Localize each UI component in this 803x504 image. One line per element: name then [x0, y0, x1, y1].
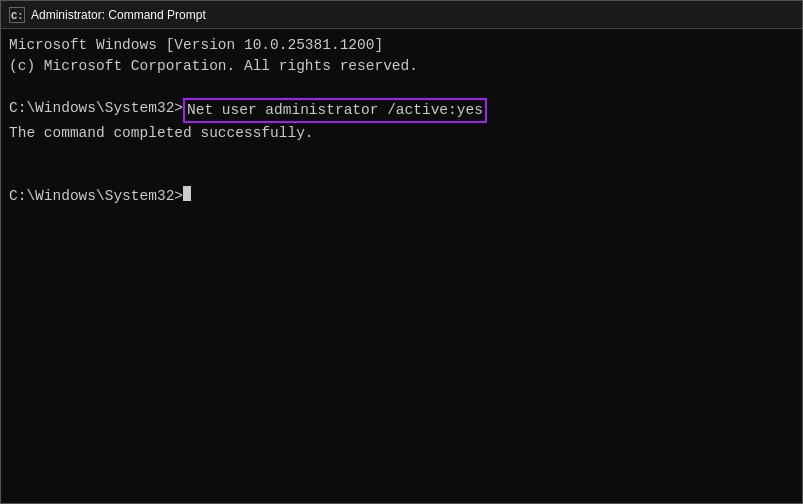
output-line-3: The command completed successfully. — [9, 123, 794, 144]
cursor — [183, 186, 191, 201]
command-text: Net user administrator /active:yes — [183, 98, 487, 123]
empty-line-2 — [9, 144, 794, 165]
prompt-2: C:\Windows\System32> — [9, 186, 183, 207]
prompt-1: C:\Windows\System32> — [9, 98, 183, 119]
current-prompt-line: C:\Windows\System32> — [9, 186, 794, 207]
output-line-1: Microsoft Windows [Version 10.0.25381.12… — [9, 35, 794, 56]
command-line: C:\Windows\System32>Net user administrat… — [9, 98, 794, 123]
empty-line-3 — [9, 165, 794, 186]
terminal-body[interactable]: Microsoft Windows [Version 10.0.25381.12… — [1, 29, 802, 503]
svg-text:C:\: C:\ — [11, 10, 24, 22]
cmd-window: C:\ Administrator: Command Prompt Micros… — [0, 0, 803, 504]
title-bar: C:\ Administrator: Command Prompt — [1, 1, 802, 29]
cmd-icon: C:\ — [9, 7, 25, 23]
window-title: Administrator: Command Prompt — [31, 8, 794, 22]
empty-line-1 — [9, 77, 794, 98]
output-line-2: (c) Microsoft Corporation. All rights re… — [9, 56, 794, 77]
